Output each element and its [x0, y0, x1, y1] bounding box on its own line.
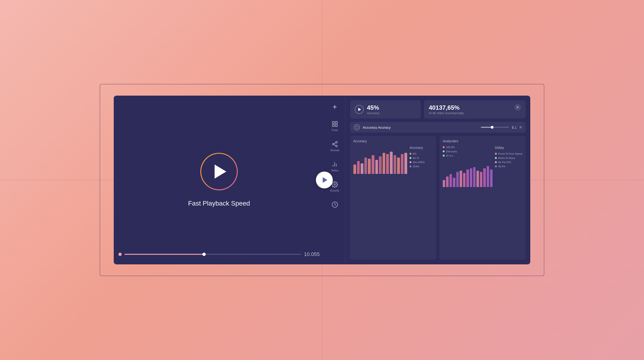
chart-accuracy-legend-area: Accuracy 8%Air %Nov £65%254%: [410, 146, 433, 168]
sidebar-label-foret: Foret: [332, 129, 338, 131]
bar-item: [364, 157, 367, 174]
bar-item: [382, 153, 386, 174]
progress-time: 10.055: [304, 251, 320, 257]
analytics-panel: + Foret Dennail: [324, 96, 530, 264]
bar-item: [483, 168, 486, 187]
svg-point-4: [336, 141, 337, 143]
sidebar-label-yertos: Yertos: [331, 169, 338, 172]
bar-item: [470, 168, 472, 187]
bar-item: [368, 159, 371, 174]
stat-card-ai: 40137,65% AI Mi Video Summarizatty ×: [424, 100, 526, 119]
bar-item: [353, 164, 356, 174]
panels-wrapper: Fast Playback Speed 10.055 +: [114, 96, 530, 264]
bar-item: [372, 155, 374, 174]
bar-item: [357, 161, 360, 174]
bar-item: [446, 176, 448, 187]
analytics-content: 45% Accuracy 40137,65% AI Mi Video Summa…: [346, 96, 530, 264]
legend-accuracy-title: Accuracy: [410, 146, 433, 149]
menu-dots-icon[interactable]: ≡: [519, 125, 522, 130]
progress-fill: [124, 254, 204, 255]
svg-line-8: [334, 143, 336, 144]
legend-dot: [410, 165, 412, 167]
progress-dot: [118, 253, 122, 256]
sub-legend-analyrates: 166.0%DenucaryDr 4.n.: [443, 146, 457, 157]
bar-item: [460, 171, 462, 187]
legend-dot: [495, 153, 497, 155]
legend-item: Air Pot /5%: [495, 161, 522, 163]
sidebar-item-dennail[interactable]: Dennail: [330, 141, 339, 152]
legend-accuracy: 8%Air %Nov £65%254%: [410, 152, 433, 168]
bar-item: [404, 153, 407, 174]
bar-item: [390, 152, 393, 174]
legend-dot: [495, 157, 497, 159]
svg-point-6: [336, 145, 337, 147]
center-play-button[interactable]: [316, 171, 333, 189]
chart-analyrates: Analyrates 166.0%DenucaryDr 4.n. Didiay …: [440, 136, 526, 260]
stat-play-icon: [355, 105, 364, 114]
legend-item: Air %: [410, 156, 433, 159]
legend-item: 254%: [410, 165, 433, 168]
bar-chart-analyrates: [443, 159, 492, 187]
chart-accuracy: Accuracy Accuracy 8%Air %Nov £65%254%: [350, 136, 436, 260]
bar-item: [379, 156, 382, 174]
play-button-outer[interactable]: [200, 153, 238, 190]
accuracy-value: $.1: [512, 125, 517, 129]
accuracy-control: Accuracy Acuracy $.1 ≡: [350, 122, 526, 133]
svg-rect-0: [332, 122, 334, 123]
stat-value-accuracy: 45%: [367, 104, 379, 111]
chart-accuracy-body: Accuracy 8%Air %Nov £65%254%: [353, 146, 433, 174]
slider-fill: [481, 127, 492, 128]
bar-item: [375, 160, 378, 174]
bar-chart-accuracy: [353, 146, 407, 174]
sidebar-label-dennail: Dennail: [330, 149, 339, 152]
main-frame: Fast Playback Speed 10.055 +: [100, 84, 544, 276]
legend-dot: [443, 146, 444, 148]
play-icon: [214, 164, 226, 178]
sidebar-label-ernunts: Ernunts: [330, 189, 339, 192]
bar-item: [490, 169, 492, 187]
stat-info-ai: 40137,65% AI Mi Video Summarizatty: [429, 104, 464, 115]
legend-item: Proce Di Pure Speed: [495, 152, 522, 155]
chart-analyrates-legend-area: Didiay Proce Di Pure SpeedAndre St Stacy…: [495, 146, 522, 168]
sidebar-item-yertos[interactable]: Yertos: [331, 161, 338, 172]
svg-rect-2: [332, 124, 334, 126]
stat-label-accuracy: Accuracy: [367, 111, 379, 115]
chart-analyrates-body: 166.0%DenucaryDr 4.n. Didiay Proce Di Pu…: [443, 146, 522, 187]
video-title: Fast Playback Speed: [188, 200, 250, 207]
bar-item: [476, 171, 479, 187]
stat-play-triangle: [358, 108, 361, 111]
legend-dot: [410, 161, 412, 163]
legend-dot: [443, 155, 444, 156]
stat-label-ai: AI Mi Video Summarizatty: [429, 111, 464, 115]
bar-item: [453, 178, 455, 187]
progress-track[interactable]: [124, 254, 301, 255]
sub-legend-item: Denucary: [443, 150, 457, 153]
bar-item: [480, 172, 482, 187]
bar-item: [463, 173, 466, 187]
progress-bar-container: 10.055: [118, 251, 320, 257]
legend-dot: [443, 150, 444, 152]
chart-analyrates-title: Analyrates: [443, 139, 522, 143]
sidebar-add-button[interactable]: +: [332, 103, 337, 111]
legend-dot: [410, 157, 412, 159]
bar-item: [473, 167, 476, 187]
bar-item: [386, 154, 389, 174]
bar-item: [450, 174, 452, 187]
sidebar-item-clock[interactable]: [332, 201, 338, 208]
progress-thumb: [202, 253, 206, 256]
legend-item: Nov £65%: [410, 161, 433, 163]
center-play-icon: [323, 177, 328, 183]
legend-item: Andre St Stacy: [495, 156, 522, 159]
legend-dot: [495, 165, 497, 167]
accuracy-slider[interactable]: [481, 127, 509, 128]
video-panel: Fast Playback Speed 10.055: [114, 96, 324, 264]
sidebar-item-foret[interactable]: Foret: [332, 121, 338, 131]
legend-analyrates-title: Didiay: [495, 146, 522, 149]
chart-accuracy-title: Accuracy: [353, 139, 433, 143]
legend-dot: [410, 153, 412, 155]
charts-row: Accuracy Accuracy 8%Air %Nov £65%254%: [350, 136, 526, 260]
accuracy-label: Accuracy Acuracy: [363, 125, 478, 129]
bar-item: [466, 169, 469, 187]
close-button[interactable]: ×: [514, 104, 521, 111]
bar-item: [487, 166, 489, 187]
